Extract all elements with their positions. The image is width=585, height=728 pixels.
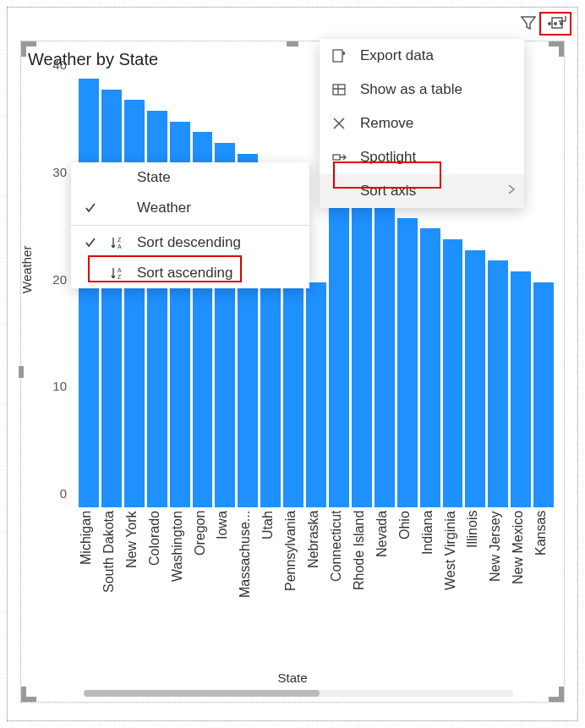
sort-asc-icon: AZ bbox=[108, 266, 127, 280]
resize-handle[interactable] bbox=[287, 41, 298, 47]
menu-item-sort-axis[interactable]: Sort axis bbox=[320, 174, 524, 208]
menu-label: Sort descending bbox=[137, 234, 241, 251]
resize-handle[interactable] bbox=[559, 41, 564, 57]
submenu-item-sort-ascending[interactable]: AZ Sort ascending bbox=[71, 258, 309, 288]
export-icon bbox=[330, 48, 348, 63]
svg-point-3 bbox=[560, 22, 563, 25]
bar[interactable] bbox=[124, 100, 145, 507]
x-tick-label: Utah bbox=[260, 511, 281, 660]
svg-text:Z: Z bbox=[118, 274, 122, 280]
y-tick-label: 10 bbox=[52, 379, 67, 393]
menu-label: Sort axis bbox=[360, 183, 416, 200]
checkmark-icon bbox=[83, 237, 98, 249]
spotlight-icon bbox=[330, 150, 348, 165]
resize-handle[interactable] bbox=[559, 687, 564, 702]
x-tick-label: Connecticut bbox=[329, 511, 349, 660]
x-axis-labels: MichiganSouth DakotaNew YorkColoradoWash… bbox=[77, 507, 555, 660]
y-tick-label: 30 bbox=[52, 164, 67, 178]
svg-text:Z: Z bbox=[118, 237, 122, 243]
bar[interactable] bbox=[306, 282, 326, 507]
menu-label: Show as a table bbox=[360, 81, 462, 98]
menu-label: State bbox=[137, 169, 171, 186]
menu-item-remove[interactable]: Remove bbox=[320, 107, 524, 140]
bar[interactable] bbox=[283, 282, 303, 507]
x-tick-label: Ohio bbox=[397, 511, 418, 660]
svg-rect-4 bbox=[333, 50, 342, 62]
svg-rect-6 bbox=[333, 155, 340, 160]
x-axis-label: State bbox=[277, 671, 307, 685]
menu-item-show-as-table[interactable]: Show as a table bbox=[320, 73, 524, 107]
x-tick-label: Nebraska bbox=[306, 511, 326, 660]
checkmark-icon bbox=[83, 202, 98, 214]
svg-text:A: A bbox=[118, 267, 122, 273]
y-tick-label: 40 bbox=[52, 57, 67, 72]
bar[interactable] bbox=[533, 282, 554, 507]
x-tick-label: Nevada bbox=[375, 511, 395, 660]
x-tick-label: Michigan bbox=[79, 511, 99, 660]
more-options-button[interactable] bbox=[539, 12, 571, 36]
sort-desc-icon: ZA bbox=[108, 236, 127, 249]
menu-label: Export data bbox=[360, 47, 434, 64]
table-icon bbox=[330, 82, 348, 97]
x-tick-label: Indiana bbox=[420, 511, 440, 660]
x-tick-label: West Virginia bbox=[443, 511, 463, 660]
menu-label: Weather bbox=[137, 200, 191, 216]
y-tick-label: 0 bbox=[60, 486, 67, 501]
submenu-item-state[interactable]: State bbox=[71, 162, 309, 193]
x-tick-label: Rhode Island bbox=[352, 511, 372, 660]
bar[interactable] bbox=[397, 218, 418, 507]
menu-item-export-data[interactable]: Export data bbox=[320, 39, 524, 73]
svg-point-1 bbox=[548, 22, 551, 25]
x-tick-label: New Mexico bbox=[511, 511, 531, 660]
ellipsis-icon bbox=[546, 20, 565, 27]
x-tick-label: South Dakota bbox=[101, 511, 122, 660]
submenu-item-sort-descending[interactable]: ZA Sort descending bbox=[71, 227, 309, 258]
x-tick-label: Colorado bbox=[147, 511, 167, 660]
bar[interactable] bbox=[79, 79, 99, 507]
x-tick-label: New York bbox=[124, 511, 145, 660]
resize-handle[interactable] bbox=[21, 687, 26, 702]
x-tick-label: Washington bbox=[170, 511, 190, 660]
x-tick-label: Illinois bbox=[465, 511, 485, 660]
svg-point-2 bbox=[554, 22, 557, 25]
y-axis: Weather 010203040 bbox=[21, 79, 72, 507]
svg-text:A: A bbox=[118, 244, 122, 249]
bar[interactable] bbox=[420, 228, 440, 507]
close-icon bbox=[330, 117, 348, 130]
y-axis-label: Weather bbox=[19, 245, 34, 293]
bar[interactable] bbox=[511, 271, 531, 507]
x-tick-label: Pennsylvania bbox=[283, 511, 303, 660]
menu-item-spotlight[interactable]: Spotlight bbox=[320, 140, 524, 174]
bar[interactable] bbox=[329, 186, 349, 507]
bar[interactable] bbox=[375, 207, 395, 507]
bar[interactable] bbox=[352, 196, 372, 507]
x-tick-label: Massachuse... bbox=[238, 511, 258, 660]
visual-context-menu: Export data Show as a table Remove Spotl… bbox=[320, 39, 524, 208]
resize-handle[interactable] bbox=[21, 41, 26, 57]
submenu-item-weather[interactable]: Weather bbox=[71, 193, 309, 223]
y-tick-label: 20 bbox=[52, 271, 67, 286]
x-tick-label: New Jersey bbox=[488, 511, 508, 660]
svg-rect-5 bbox=[333, 85, 345, 95]
bar[interactable] bbox=[443, 239, 463, 507]
bar[interactable] bbox=[465, 250, 485, 507]
x-tick-label: Kansas bbox=[533, 511, 554, 660]
menu-label: Spotlight bbox=[360, 149, 416, 166]
menu-label: Sort ascending bbox=[137, 265, 232, 282]
chevron-right-icon bbox=[507, 183, 516, 200]
bar[interactable] bbox=[260, 282, 281, 507]
scrollbar-thumb[interactable] bbox=[84, 690, 320, 697]
bar[interactable] bbox=[488, 260, 508, 507]
x-tick-label: Iowa bbox=[215, 511, 235, 660]
horizontal-scrollbar[interactable] bbox=[84, 690, 513, 697]
sort-axis-submenu: State Weather ZA Sort descending AZ Sort… bbox=[71, 162, 309, 288]
menu-divider bbox=[71, 225, 309, 226]
filter-icon[interactable] bbox=[519, 14, 538, 32]
x-tick-label: Oregon bbox=[193, 511, 213, 660]
menu-label: Remove bbox=[360, 115, 413, 132]
bar[interactable] bbox=[101, 90, 122, 507]
